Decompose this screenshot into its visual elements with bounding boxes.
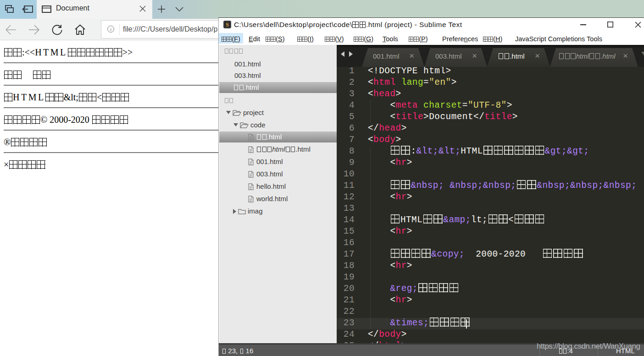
- svg-text:S: S: [226, 22, 229, 28]
